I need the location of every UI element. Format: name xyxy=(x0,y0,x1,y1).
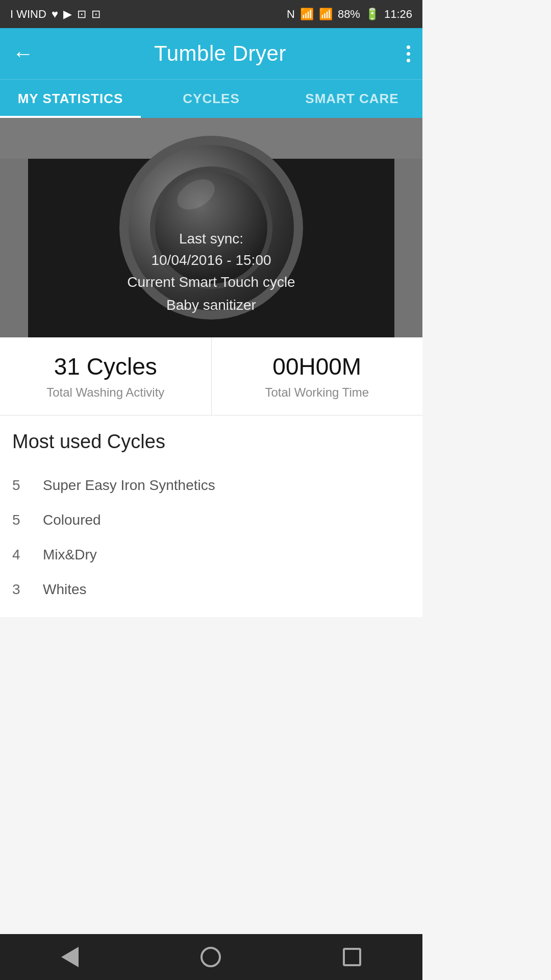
status-right: N 📶 📶 88% 🔋 11:26 xyxy=(287,8,412,21)
battery-icon: 🔋 xyxy=(365,8,379,21)
device-image-section: Last sync: 10/04/2016 - 15:00 Current Sm… xyxy=(0,118,422,337)
dryer-shine xyxy=(172,173,220,215)
tab-cycles[interactable]: CYCLES xyxy=(141,80,282,118)
stat-cycles-label: Total Washing Activity xyxy=(10,385,201,410)
stat-washing-activity: 31 Cycles Total Washing Activity xyxy=(0,337,212,415)
stat-working-time: 00H00M Total Working Time xyxy=(212,337,423,415)
sync-cycle-info: Current Smart Touch cycle Baby sanitizer xyxy=(0,271,422,317)
cycle-name: Coloured xyxy=(43,512,101,528)
stats-row: 31 Cycles Total Washing Activity 00H00M … xyxy=(0,337,422,415)
sync-cycle-name: Baby sanitizer xyxy=(166,297,256,313)
list-item: 3 Whites xyxy=(12,572,410,607)
status-left: I WIND ♥ ▶ ⊡ ⊡ xyxy=(10,8,101,21)
back-button[interactable]: ← xyxy=(12,41,34,66)
time-label: 11:26 xyxy=(384,8,412,21)
status-bar: I WIND ♥ ▶ ⊡ ⊡ N 📶 📶 88% 🔋 11:26 xyxy=(0,0,422,28)
list-item: 5 Super Easy Iron Synthetics xyxy=(12,468,410,503)
nfc-icon: N xyxy=(287,8,295,21)
most-used-section: Most used Cycles 5 Super Easy Iron Synth… xyxy=(0,415,422,617)
tab-my-statistics[interactable]: MY STATISTICS xyxy=(0,80,141,118)
carrier-label: I WIND xyxy=(10,8,46,21)
list-item: 5 Coloured xyxy=(12,503,410,537)
sync-overlay: Last sync: 10/04/2016 - 15:00 Current Sm… xyxy=(0,228,422,317)
cycle-name: Whites xyxy=(43,581,87,598)
sync-date: 10/04/2016 - 15:00 xyxy=(151,252,271,268)
play-icon: ▶ xyxy=(63,8,72,21)
cycle-name: Super Easy Iron Synthetics xyxy=(43,477,215,494)
list-item: 4 Mix&Dry xyxy=(12,537,410,572)
battery-label: 88% xyxy=(338,8,360,21)
cast-icon: ⊡ xyxy=(77,8,86,21)
signal-icon: 📶 xyxy=(319,8,333,21)
cycle-count: 5 xyxy=(12,512,43,528)
tab-smart-care[interactable]: SMART CARE xyxy=(282,80,422,118)
page-title: Tumble Dryer xyxy=(154,41,286,66)
cycle-name: Mix&Dry xyxy=(43,547,97,563)
app-bar: ← Tumble Dryer xyxy=(0,28,422,79)
sync-label: Last sync: 10/04/2016 - 15:00 xyxy=(0,228,422,271)
heart-icon: ♥ xyxy=(52,8,58,21)
wifi-icon: 📶 xyxy=(300,8,314,21)
menu-button[interactable] xyxy=(407,45,410,62)
cycle-list: 5 Super Easy Iron Synthetics 5 Coloured … xyxy=(12,468,410,607)
dot-icon xyxy=(407,59,410,62)
stat-time-label: Total Working Time xyxy=(222,385,413,410)
tab-bar: MY STATISTICS CYCLES SMART CARE xyxy=(0,79,422,118)
stat-cycles-value: 31 Cycles xyxy=(10,353,201,380)
cycle-count: 4 xyxy=(12,547,43,563)
cycle-count: 5 xyxy=(12,477,43,494)
cast2-icon: ⊡ xyxy=(91,8,101,21)
cycle-count: 3 xyxy=(12,581,43,598)
dot-icon xyxy=(407,45,410,49)
dot-icon xyxy=(407,52,410,56)
stat-time-value: 00H00M xyxy=(222,353,413,380)
most-used-title: Most used Cycles xyxy=(12,431,410,453)
